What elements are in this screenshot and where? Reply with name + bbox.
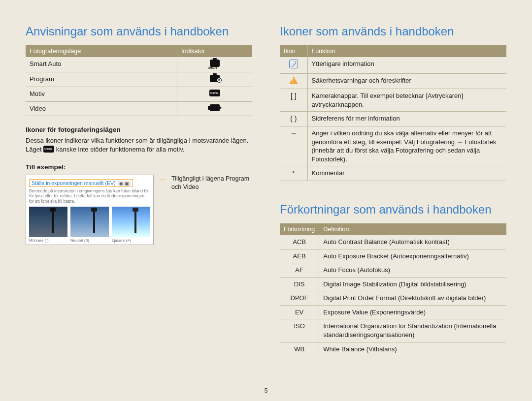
example-mode-icons: ◉ ▣ (118, 181, 131, 186)
def: Auto Contrast Balance (Automatisk kontra… (319, 235, 506, 249)
sub1-para-b: kanske inte stöder funktionerna för alla… (56, 146, 185, 153)
sub1-para: Dessa ikoner indikerar vilka funktioner … (26, 136, 252, 154)
def: International Organization for Standardi… (319, 319, 506, 342)
b: Fotostorlek (312, 155, 343, 163)
t: ). (343, 155, 347, 163)
abbr: ISO (280, 319, 319, 342)
table-row: * Kommentar (280, 166, 506, 181)
abbr: DIS (280, 277, 319, 291)
def: Auto Exposure Bracket (Autoexponeringsal… (319, 249, 506, 263)
mode-label: Program (26, 72, 177, 87)
b: Fotostorlek (465, 138, 496, 146)
def: Exposure Value (Exponeringsvärde) (319, 305, 506, 319)
scene-icon-inline (43, 146, 54, 153)
icon-func: Anger i vilken ordning du ska välja alte… (307, 126, 506, 166)
t: (innebär att du först ska välja (312, 147, 396, 154)
table-row: AFAuto Focus (Autofokus) (280, 263, 506, 278)
video-icon (210, 104, 220, 111)
thumb-image (29, 207, 67, 237)
modes-header-mode: Fotograferingsläge (26, 45, 177, 57)
thumb-caption: Ljusare (+) (112, 238, 150, 243)
example-leader-line (160, 180, 166, 180)
icon-func: Kommentar (307, 166, 506, 181)
parens-icon: ( ) (280, 112, 307, 126)
example: Ställa in exponeringen manuellt (EV) ◉ ▣… (26, 175, 252, 245)
abbr-header-def: Definition (319, 223, 506, 235)
b: Avtryckaren (428, 92, 461, 99)
mode-label: Smart Auto (26, 57, 177, 72)
warning-icon (289, 76, 298, 84)
program-icon (210, 75, 220, 82)
icons-table: Ikon Funktion Ytterligare information Sä… (280, 45, 506, 181)
table-row: Smart Auto (26, 57, 252, 72)
table-row: DPOFDigital Print Order Format (Direktut… (280, 291, 506, 306)
t: Kameraknappar. Till exempel betecknar [ (312, 92, 428, 99)
example-side-text: Tillgängligt i lägena Program och Video (171, 175, 252, 191)
thumb-image (70, 207, 109, 237)
table-row: WBWhite Balance (Vitbalans) (280, 342, 506, 356)
example-box-desc: Beroende på intensiteten i omgivningens … (29, 188, 150, 204)
abbr: ACB (280, 235, 319, 249)
asterisk-icon: * (280, 166, 307, 181)
sub1-title: Ikoner för fotograferingslägen (26, 126, 252, 133)
table-row: Ytterligare information (280, 57, 506, 73)
table-row: → Anger i vilken ordning du ska välja al… (280, 126, 506, 166)
mode-label: Video (26, 101, 177, 116)
b: Fotografering (396, 147, 433, 154)
scene-icon (209, 90, 220, 96)
page-number: 5 (265, 387, 268, 394)
abbr-table: Förkortning Definition ACBAuto Contrast … (280, 223, 506, 356)
example-box-title: Ställa in exponeringen manuellt (EV) ◉ ▣ (29, 179, 133, 187)
icon-func: Sidreferens för mer information (307, 112, 506, 126)
abbr: AEB (280, 249, 319, 263)
note-icon (289, 60, 298, 68)
icons-header-icon: Ikon (280, 45, 307, 57)
modes-table: Fotograferingsläge Indikator Smart Auto … (26, 45, 252, 116)
thumb-neutral: Neutral (0) (70, 207, 109, 243)
example-box: Ställa in exponeringen manuellt (EV) ◉ ▣… (26, 175, 154, 245)
brackets-icon: [ ] (280, 89, 307, 112)
table-row: ACBAuto Contrast Balance (Automatisk kon… (280, 235, 506, 249)
thumb-light: Ljusare (+) (112, 207, 150, 243)
icons-header-function: Funktion (307, 45, 506, 57)
table-row: Video (26, 101, 252, 116)
table-row: Motiv (26, 87, 252, 102)
icon-func: Säkerhetsvarningar och föreskrifter (307, 73, 506, 89)
icon-func: Kameraknappar. Till exempel betecknar [A… (307, 89, 506, 112)
table-row: [ ] Kameraknappar. Till exempel beteckna… (280, 89, 506, 112)
t: → (455, 138, 465, 146)
mode-label: Motiv (26, 87, 177, 102)
table-row: Program (26, 72, 252, 87)
icon-func: Ytterligare information (307, 57, 506, 73)
def: Digital Image Stabilization (Digital bil… (319, 277, 506, 291)
table-row: AEBAuto Exposure Bracket (Autoexponering… (280, 249, 506, 263)
right-section-title-1: Ikoner som används i handboken (280, 25, 506, 38)
def: White Balance (Vitbalans) (319, 342, 506, 356)
table-row: EVExposure Value (Exponeringsvärde) (280, 305, 506, 319)
thumb-image (112, 207, 150, 237)
abbr: AF (280, 263, 319, 278)
table-row: DISDigital Image Stabilization (Digital … (280, 277, 506, 291)
abbr: EV (280, 305, 319, 319)
thumb-caption: Neutral (0) (70, 238, 109, 243)
b: Fotografering (417, 138, 455, 146)
table-row: Säkerhetsvarningar och föreskrifter (280, 73, 506, 89)
table-row: ISOInternational Organization for Standa… (280, 319, 506, 342)
def: Digital Print Order Format (Direktutskri… (319, 291, 506, 306)
arrow-icon: → (280, 126, 307, 166)
def: Auto Focus (Autofokus) (319, 263, 506, 278)
thumb-caption: Mörkare (-) (29, 238, 67, 243)
modes-header-indicator: Indikator (177, 45, 252, 57)
sub2-title: Till exempel: (26, 163, 252, 171)
left-section-title: Anvisningar som används i handboken (26, 25, 252, 38)
table-row: ( ) Sidreferens för mer information (280, 112, 506, 126)
t: och sedan välja (433, 147, 480, 154)
right-section-title-2: Förkortningar som används i handboken (280, 203, 506, 216)
example-box-title-text: Ställa in exponeringen manuellt (EV) (32, 180, 115, 186)
thumb-dark: Mörkare (-) (29, 207, 67, 243)
abbr: WB (280, 342, 319, 356)
smart-auto-icon (210, 60, 220, 67)
abbr-header-abbr: Förkortning (280, 223, 319, 235)
abbr: DPOF (280, 291, 319, 306)
